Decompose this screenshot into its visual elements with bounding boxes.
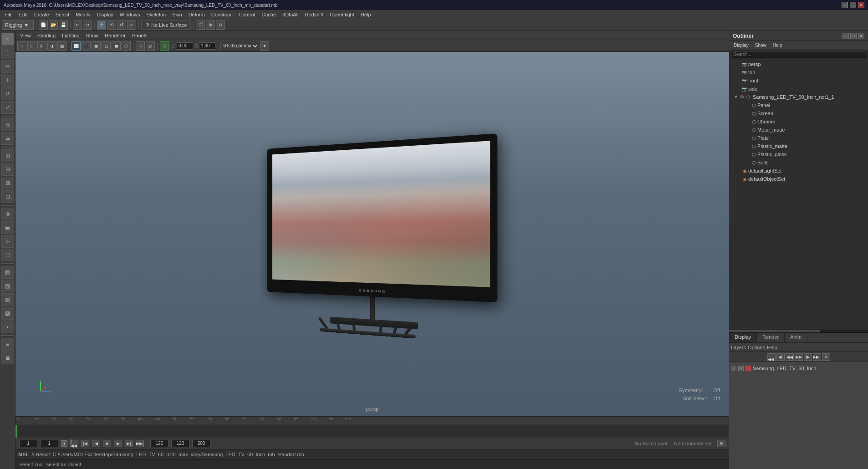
snap-grid-tool[interactable]: ⊠ — [1, 177, 14, 189]
tree-item-default-light-set[interactable]: ◉ defaultLightSet — [729, 167, 868, 175]
camera-select-btn[interactable]: ⊞ — [37, 41, 46, 51]
display-4[interactable]: ▩ — [1, 307, 14, 320]
vp-menu-show[interactable]: Show — [83, 32, 102, 39]
vp-menu-shading[interactable]: Shading — [35, 32, 58, 39]
xray-btn[interactable]: ◎ — [146, 41, 155, 51]
tab-anim[interactable]: Anim — [785, 333, 807, 342]
lasso-tool[interactable]: ⤵ — [1, 46, 14, 59]
render-btn[interactable]: 🎬 — [196, 20, 205, 30]
magnet-btn[interactable]: ⊙ — [216, 20, 225, 30]
gamma-select[interactable]: sRGB gamma — [220, 42, 259, 50]
menu-modify[interactable]: Modify — [73, 11, 93, 18]
step-back-btn[interactable]: |◀ — [81, 440, 89, 447]
menu-edit[interactable]: Edit — [16, 11, 31, 18]
frame-start-input[interactable] — [19, 440, 37, 447]
outliner-menu-display[interactable]: Display — [731, 42, 751, 49]
resolution-btn[interactable]: ⬡ — [160, 41, 169, 51]
vp-menu-view[interactable]: View — [17, 32, 34, 39]
tree-item-panel[interactable]: ⬡ Panel — [729, 101, 868, 109]
display-mode-2[interactable]: ⬛ — [82, 41, 91, 51]
display-3[interactable]: ▨ — [1, 293, 14, 306]
menu-constrain[interactable]: Constrain — [209, 11, 235, 18]
pivot-tool[interactable]: ⊹ — [1, 235, 14, 248]
scrollbar-thumb[interactable] — [729, 330, 820, 332]
layer-pickable-btn[interactable]: P — [738, 366, 744, 371]
display-mode-5[interactable]: ◼ — [112, 41, 121, 51]
outliner-menu-help[interactable]: Help — [770, 42, 785, 49]
region-tool[interactable]: ▣ — [1, 221, 14, 234]
menu-file[interactable]: File — [2, 11, 15, 18]
tree-item-side[interactable]: 📷 side — [729, 85, 868, 93]
anim-options-btn[interactable]: ⚙ — [717, 440, 725, 447]
play-back-btn[interactable]: ◀ — [92, 440, 100, 447]
menu-windows[interactable]: Windows — [117, 11, 143, 18]
gamma-options-btn[interactable]: ▼ — [260, 41, 269, 51]
subtab-layers[interactable]: Layers — [731, 345, 746, 350]
outliner-minimize-btn[interactable]: ─ — [842, 33, 849, 39]
texture-btn[interactable]: ▦ — [57, 41, 66, 51]
tree-item-metal-matte[interactable]: ⬡ Metal_matte — [729, 126, 868, 134]
tree-item-chrome[interactable]: ⬡ Chrome — [729, 117, 868, 126]
skip-end-btn[interactable]: ▶▶| — [136, 440, 144, 447]
viewport[interactable]: SAMSUNG — [15, 52, 729, 416]
ch-skip-end-btn[interactable]: ▶▶| — [813, 353, 821, 361]
outliner-maximize-btn[interactable]: □ — [850, 33, 857, 39]
camera-fit-btn[interactable]: ⊡ — [27, 41, 36, 51]
outliner-horizontal-scrollbar[interactable] — [729, 329, 868, 332]
show-manip-tool[interactable]: ⊗ — [1, 208, 14, 220]
bottom-tool-2[interactable]: ≣ — [1, 352, 14, 364]
ch-play-back-btn[interactable]: ◀◀ — [786, 353, 794, 361]
outliner-close-btn[interactable]: ✕ — [858, 33, 864, 39]
shading-btn[interactable]: ◑ — [47, 41, 56, 51]
display-1[interactable]: ▦ — [1, 266, 14, 279]
minimize-button[interactable]: ─ — [842, 2, 848, 8]
menu-help[interactable]: Help — [358, 11, 374, 18]
display-mode-4[interactable]: ◻ — [102, 41, 111, 51]
menu-display[interactable]: Display — [94, 11, 116, 18]
range-start-input[interactable] — [150, 440, 168, 447]
ch-step-back-btn[interactable]: ◀| — [776, 353, 785, 361]
menu-3dtoali[interactable]: 3DtoAli — [280, 11, 301, 18]
tree-item-plastic-matte[interactable]: ⬡ Plastic_matte — [729, 142, 868, 150]
paint-tool[interactable]: ✏ — [1, 60, 14, 73]
stop-btn[interactable]: ■ — [103, 440, 111, 447]
tree-item-persp[interactable]: 📷 persp — [729, 60, 868, 68]
isolate-btn[interactable]: ⊙ — [136, 41, 145, 51]
undo-btn[interactable]: ↩ — [73, 20, 82, 30]
mode-dropdown[interactable]: Rigging ▼ — [2, 20, 34, 30]
select-tool[interactable]: ↖ — [1, 33, 14, 46]
tree-item-front[interactable]: 📷 front — [729, 76, 868, 85]
snap-curve-tool[interactable]: ⊡ — [1, 190, 14, 203]
display-mode-3[interactable]: ▣ — [92, 41, 101, 51]
tree-item-plastic-gloss[interactable]: ⬡ Plastic_gloss — [729, 150, 868, 158]
display-mode-6[interactable]: ⬡ — [122, 41, 131, 51]
vp-menu-lighting[interactable]: Lighting — [59, 32, 82, 39]
play-fwd-btn[interactable]: ▶ — [114, 440, 122, 447]
layer-visibility-btn[interactable]: V — [731, 366, 736, 371]
vp-menu-panels[interactable]: Panels — [129, 32, 150, 39]
soft-mod-tool[interactable]: ◎ — [1, 118, 14, 131]
sculpt-tool[interactable]: ⛰ — [1, 132, 14, 145]
ch-step-fwd-btn[interactable]: |▶ — [804, 353, 812, 361]
menu-deform[interactable]: Deform — [186, 11, 208, 18]
viewport-value2[interactable] — [199, 42, 215, 50]
close-button[interactable]: ✕ — [858, 2, 864, 8]
open-file-btn[interactable]: 📂 — [49, 20, 58, 30]
bottom-tool-1[interactable]: ≡ — [1, 338, 14, 351]
outliner-tree[interactable]: 📷 persp 📷 top 📷 f — [729, 59, 868, 329]
tab-display[interactable]: Display — [729, 333, 757, 342]
rotate-tool[interactable]: ↺ — [1, 87, 14, 100]
timeline-track[interactable] — [15, 425, 729, 438]
menu-create[interactable]: Create — [31, 11, 52, 18]
tree-item-bolts[interactable]: ⬡ Bolts — [729, 158, 868, 167]
select-tool-btn[interactable]: ✛ — [97, 20, 106, 30]
tree-item-default-object-set[interactable]: ◉ defaultObjectSet — [729, 175, 868, 183]
display-mode-1[interactable]: ⬜ — [71, 41, 81, 51]
ch-options-btn[interactable]: ⚙ — [822, 353, 830, 361]
transform-btn[interactable]: ⟲ — [107, 20, 116, 30]
subtab-options[interactable]: Options — [748, 345, 765, 350]
ch-play-fwd-btn[interactable]: ▶▶ — [795, 353, 803, 361]
save-file-btn[interactable]: 💾 — [59, 20, 68, 30]
ch-skip-start-btn[interactable]: |◀◀ — [767, 353, 776, 361]
skip-start-btn[interactable]: |◀◀ — [70, 440, 78, 447]
